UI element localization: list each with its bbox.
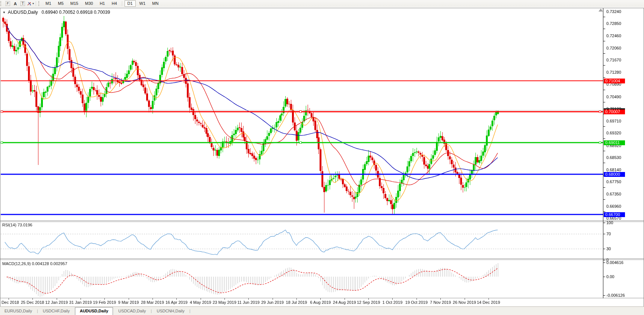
timeframe-button-M30[interactable]: M30: [82, 0, 96, 7]
collapse-triangle-icon[interactable]: ▼: [3, 11, 6, 14]
hline-price-label: 0.69011: [604, 140, 625, 145]
symbol-tab-USDCAD[interactable]: USDCAD,Daily: [114, 307, 150, 315]
date-tick-label: 14 Dec 2019: [477, 300, 500, 305]
trading-platform-window: F A T ▾ M1M5M15M30H1H4D1W1MN ▼ AUDUSD,Da…: [0, 0, 644, 315]
hline-price-label: 0.70007: [604, 109, 625, 114]
date-tick-label: 6 Aug 2019: [310, 300, 331, 305]
grid-f-icon-glyph: F: [6, 1, 10, 6]
price-tick-label: 0.71670: [606, 58, 621, 63]
symbol-tab-USDCNH[interactable]: USDCNH,Daily: [152, 307, 189, 315]
hline-price-label: 0.68000: [604, 172, 625, 177]
date-tick-label: 12 Jan 2019: [45, 300, 68, 305]
date-tick-label: 1 Oct 2019: [383, 300, 403, 305]
hline-price-label: 0.71004: [604, 79, 625, 83]
price-chart-canvas[interactable]: [0, 7, 644, 307]
rsi-scale-label: 70: [606, 232, 611, 236]
price-tick-label: 0.70490: [606, 95, 621, 99]
timeframe-button-H1[interactable]: H1: [97, 0, 108, 7]
rsi-scale-label: 30: [606, 246, 611, 251]
price-tick-label: 0.72460: [606, 34, 621, 38]
date-tick-label: 31 Jan 2019: [69, 300, 92, 305]
date-tick-label: 19 Feb 2019: [93, 300, 116, 305]
chart-ohlc-values: 0.69940 0.70052 0.69918 0.70039: [42, 10, 110, 15]
date-tick-label: 23 May 2019: [213, 300, 236, 305]
date-tick-label: 7 Nov 2019: [430, 300, 451, 305]
date-tick-label: 18 Jul 2019: [286, 300, 307, 305]
symbol-tabbar: EURUSD,Daily|USDCHF,DailyAUDUSD,DailyUSD…: [0, 306, 644, 315]
date-tick-label: 28 Mar 2019: [141, 300, 164, 305]
toolbar-grip[interactable]: [0, 1, 3, 6]
date-tick-label: 25 Dec 2018: [21, 300, 44, 305]
timeframe-button-M5[interactable]: M5: [55, 0, 66, 7]
tab-separator: |: [189, 307, 191, 315]
symbol-tab-USDCHF[interactable]: USDCHF,Daily: [38, 307, 74, 315]
timeframe-button-M1[interactable]: M1: [43, 0, 54, 7]
macd-pane-label: MACD(12,26,9) 0.004128 0.002957: [2, 261, 67, 266]
chart-title: ▼ AUDUSD,Daily 0.69940 0.70052 0.69918 0…: [3, 10, 110, 15]
date-tick-label: 4 May 2019: [190, 300, 211, 305]
timeframe-group: M1M5M15M30H1H4D1W1MN: [42, 0, 162, 7]
price-tick-label: 0.68530: [606, 155, 621, 160]
timeframe-button-D1[interactable]: D1: [125, 0, 136, 7]
hline-price-label: 0.66700: [604, 212, 625, 217]
date-tick-label: 29 Jun 2019: [261, 300, 284, 305]
timeframe-button-H4[interactable]: H4: [109, 0, 120, 7]
price-tick-label: 0.69320: [606, 131, 621, 136]
price-tick-label: 0.72850: [606, 21, 621, 26]
price-tick-label: 0.71280: [606, 70, 621, 75]
price-tick-label: 0.68140: [606, 168, 621, 172]
symbol-tab-AUDUSD[interactable]: AUDUSD,Daily: [75, 307, 113, 315]
grid-f-icon[interactable]: F: [4, 1, 11, 6]
chart-toolbar: F A T ▾ M1M5M15M30H1H4D1W1MN: [0, 0, 644, 7]
symbol-tab-EURUSD[interactable]: EURUSD,Daily: [0, 307, 37, 315]
macd-scale-label: -0.006126: [606, 293, 625, 298]
price-tick-label: 0.67350: [606, 192, 621, 197]
price-tick-label: 0.72060: [606, 46, 621, 51]
date-tick-label: 6 Dec 2018: [0, 300, 19, 305]
toolbar-separator: [36, 1, 37, 6]
price-tick-label: 0.69710: [606, 119, 621, 124]
chart-window: ▼ AUDUSD,Daily 0.69940 0.70052 0.69918 0…: [0, 7, 644, 307]
date-tick-label: 12 Sep 2019: [357, 300, 380, 305]
text-label-a-icon[interactable]: A: [12, 1, 19, 6]
text-box-t-icon[interactable]: T: [19, 1, 26, 6]
rsi-scale-label: 100: [606, 220, 613, 225]
timeframe-button-MN[interactable]: MN: [149, 0, 161, 7]
macd-scale-label: 0.00: [606, 274, 614, 279]
date-tick-label: 9 Mar 2019: [118, 300, 139, 305]
arrows-icon: [27, 1, 32, 6]
date-tick-label: 11 Jun 2019: [237, 300, 260, 305]
rsi-pane-label: RSI(14) 73.0196: [2, 223, 32, 227]
toolbar-grip-2[interactable]: [38, 1, 41, 6]
date-tick-label: 24 Aug 2019: [333, 300, 356, 305]
chart-symbol-label: AUDUSD,Daily: [8, 10, 38, 15]
price-tick-label: 0.73240: [606, 9, 621, 14]
timeframe-button-M15[interactable]: M15: [67, 0, 81, 7]
arrows-dropdown-icon[interactable]: ▾: [27, 1, 34, 6]
date-tick-label: 26 Nov 2019: [453, 300, 476, 305]
dropdown-caret-icon: ▾: [32, 2, 34, 5]
macd-scale-label: 0.004616: [606, 260, 623, 265]
price-tick-label: 0.67750: [606, 179, 621, 184]
timeframe-button-W1[interactable]: W1: [136, 0, 149, 7]
timeframe-group-separator: [122, 1, 123, 6]
date-tick-label: 19 Oct 2019: [405, 300, 428, 305]
date-tick-label: 16 Apr 2019: [166, 300, 188, 305]
price-tick-label: 0.66960: [606, 204, 621, 209]
text-box-t-icon-glyph: T: [21, 1, 25, 6]
